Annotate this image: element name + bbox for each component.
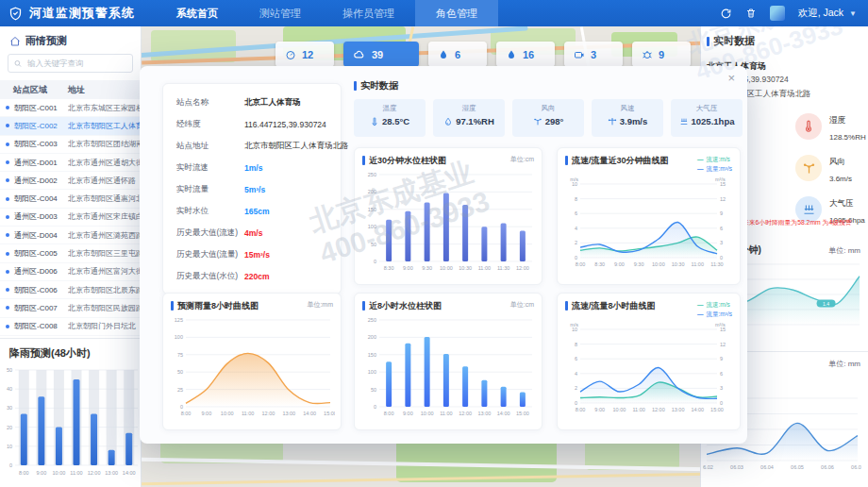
table-row[interactable]: 朝阳区-C003北京市朝阳区团结湖南	[0, 136, 141, 154]
stat-value: 3	[591, 49, 596, 60]
svg-text:40: 40	[7, 386, 12, 392]
status-dot	[6, 325, 9, 328]
table-row[interactable]: 通州区-D001北京市通州区通胡大街	[0, 154, 141, 172]
svg-text:50: 50	[177, 369, 183, 375]
app-title: 河道监测预警系统	[29, 5, 135, 22]
tab-station-management[interactable]: 测站管理	[239, 0, 322, 26]
svg-text:14:00: 14:00	[303, 411, 316, 416]
stat-box-humidity: 湿度 97.1%RH	[433, 99, 505, 137]
svg-text:6: 6	[575, 210, 577, 216]
tab-operator-management[interactable]: 操作员管理	[322, 0, 415, 26]
table-row[interactable]: 朝阳区-C005北京市朝阳区三里屯路	[0, 244, 141, 262]
panel-title: 实时数据	[713, 34, 755, 48]
rainfall-48h-chart: 010203040508:009:0010:0011:0012:0013:001…	[0, 362, 142, 478]
rain-forecast-panel: 雨情预测 站点区域 地址 朝阳区-C001北京市东城区王家园桥 朝阳区-C002…	[0, 26, 142, 487]
water-level-8h-card: 近8小时水位柱状图单位:cm 0501001502002508:009:0010…	[354, 293, 542, 430]
refresh-icon[interactable]	[720, 8, 732, 20]
thermometer-icon	[795, 113, 822, 140]
svg-text:6: 6	[720, 371, 723, 377]
modal-realtime-section: 实时数据 温度 28.5°C 湿度 97.1%RH 风向 298° 风速 3.9…	[354, 79, 743, 143]
header-accent-bar	[707, 37, 709, 46]
svg-text:0: 0	[374, 404, 376, 410]
table-row[interactable]: 朝阳区-C001北京市东城区王家园桥	[0, 99, 141, 117]
svg-text:10:00: 10:00	[421, 411, 434, 416]
svg-text:12:00: 12:00	[516, 265, 529, 271]
svg-text:11:00: 11:00	[692, 261, 704, 267]
svg-text:11:00: 11:00	[440, 411, 452, 416]
table-row[interactable]: 朝阳区-C007北京市朝阳区民族园路	[0, 299, 141, 317]
status-dot	[6, 160, 9, 164]
svg-text:11:00: 11:00	[242, 411, 254, 416]
status-dot	[6, 306, 9, 310]
svg-text:10:00: 10:00	[613, 407, 626, 412]
svg-text:10:30: 10:30	[672, 261, 685, 267]
svg-text:1.4: 1.4	[823, 301, 829, 307]
svg-text:m³/s: m³/s	[715, 322, 726, 327]
status-dot	[6, 288, 9, 292]
table-row[interactable]: 通州区-D003北京市通州区宋庄镇白	[0, 209, 141, 227]
station-name-value: 北京工人体育场	[244, 97, 301, 109]
table-row[interactable]: 朝阳区-C008北京朝阳门外日坛北	[0, 318, 141, 336]
svg-text:06.06: 06.06	[821, 464, 834, 470]
flow-30min-chart: 024681003691215m³/sm/s8:008:309:009:3010…	[565, 175, 734, 269]
chart-unit: 单位: mm	[828, 359, 860, 369]
svg-text:250: 250	[368, 317, 376, 323]
avatar[interactable]	[770, 6, 785, 21]
svg-text:8:30: 8:30	[384, 265, 394, 271]
svg-text:0: 0	[575, 400, 577, 406]
svg-text:200: 200	[368, 189, 376, 194]
svg-text:9:00: 9:00	[403, 411, 413, 416]
flow-rate-value: 5m³/s	[244, 185, 265, 194]
bug-icon	[642, 49, 653, 60]
welcome-text[interactable]: 欢迎, Jack	[798, 7, 843, 20]
info-label: 站点地址	[176, 141, 244, 152]
stat-pill-alerts-2[interactable]: 16	[496, 42, 555, 67]
svg-text:11:30: 11:30	[710, 261, 723, 267]
svg-text:6: 6	[720, 226, 723, 231]
table-row[interactable]: 通州区-D002北京市通州区通怀路	[0, 172, 141, 190]
svg-text:9:00: 9:00	[403, 265, 413, 271]
table-row[interactable]: 通州区-D004北京市通州区潞苑西路	[0, 227, 141, 244]
svg-text:9: 9	[720, 356, 723, 361]
chart-title: 预测雨量8小时曲线图	[177, 300, 259, 312]
stat-pill-alerts-1[interactable]: 6	[428, 42, 487, 67]
tab-system-home[interactable]: 系统首页	[156, 0, 239, 26]
rainfall-warning-text: 未来6小时降雨量为58.2mm 为4级预警	[743, 218, 852, 227]
table-row[interactable]: 朝阳区-C006北京市朝阳区北辰东路	[0, 281, 141, 299]
svg-text:06.04: 06.04	[760, 464, 774, 470]
stat-pill-weather[interactable]: 39	[343, 42, 419, 67]
svg-text:8:00: 8:00	[384, 411, 394, 416]
svg-text:10:00: 10:00	[652, 261, 665, 267]
svg-text:06.03: 06.03	[730, 464, 743, 470]
info-label: 历史最大值(流速)	[176, 227, 244, 239]
status-dot	[6, 252, 9, 256]
svg-text:m/s: m/s	[570, 322, 578, 327]
tab-role-management[interactable]: 角色管理	[415, 0, 498, 26]
svg-text:m/s: m/s	[570, 176, 578, 182]
stat-pill-cameras[interactable]: 3	[564, 42, 623, 67]
table-row[interactable]: 通州区-D006北京市通州区富河大街	[0, 263, 141, 281]
stat-pill-warnings[interactable]: 9	[632, 42, 691, 67]
status-dot	[6, 106, 9, 109]
table-row[interactable]: 朝阳区-C004北京市朝阳区通惠河北	[0, 190, 141, 208]
table-row-selected[interactable]: 朝阳区-C002北京市朝阳区工人体育	[0, 117, 141, 135]
chevron-down-icon[interactable]: ▼	[849, 9, 857, 18]
svg-text:15:00: 15:00	[516, 411, 529, 416]
stat-value: 39	[372, 49, 383, 60]
chart-legend: —流速:m/s —流量:m³/s	[697, 300, 732, 320]
trash-icon[interactable]	[745, 8, 757, 19]
stat-value: 9	[659, 49, 664, 60]
search-input[interactable]	[25, 58, 126, 69]
svg-text:13:00: 13:00	[105, 470, 118, 476]
svg-text:10:30: 10:30	[459, 265, 472, 271]
map-stat-pills: 12 39 6 16 3 9	[275, 42, 691, 67]
status-dot	[6, 197, 9, 201]
stat-pill-stations[interactable]: 12	[275, 42, 334, 67]
svg-text:10:00: 10:00	[221, 411, 234, 416]
flow-30min-card: 流速/流量近30分钟曲线图 —流速:m/s —流量:m³/s 024681003…	[557, 147, 741, 285]
info-label: 历史最大值(水位)	[176, 271, 244, 282]
status-dot	[6, 143, 9, 146]
svg-text:12: 12	[720, 341, 726, 346]
chart-legend: —流速:m/s —流量:m³/s	[697, 155, 732, 175]
stat-value: 16	[523, 49, 534, 60]
